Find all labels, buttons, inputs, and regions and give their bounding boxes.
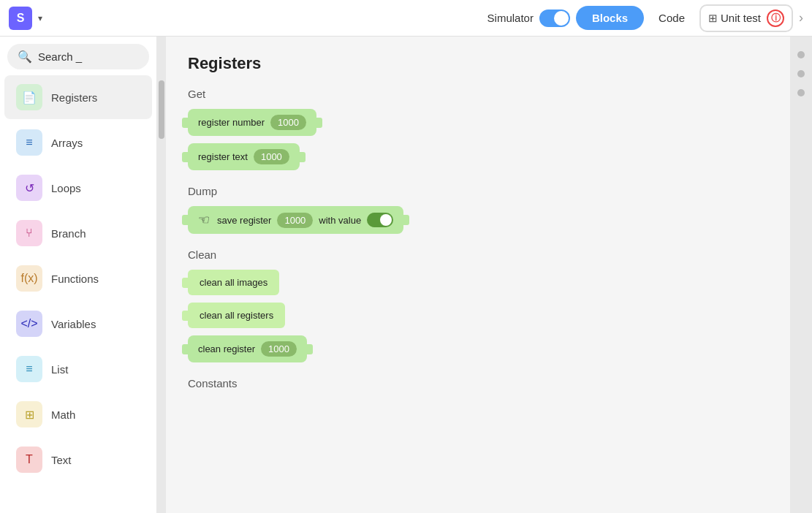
search-icon: 🔍 [18, 50, 32, 64]
block-reg-number[interactable]: register number1000 [188, 109, 316, 136]
sidebar-label-registers: Registers [51, 91, 97, 104]
block-reg-text[interactable]: register text1000 [188, 143, 300, 170]
search-bar[interactable]: 🔍 [7, 44, 149, 69]
block-pill-save-reg[interactable]: 1000 [277, 213, 313, 228]
section-label-get: Get [188, 88, 768, 100]
block-text-reg-text: register text [198, 151, 248, 162]
block-row-clean-all-images: clean all images [188, 270, 768, 295]
functions-icon: f(x) [16, 265, 42, 292]
block-text-clean-all-registers: clean all registers [200, 310, 273, 321]
text-icon: T [16, 446, 42, 473]
unit-test-grid-icon: ⊞ [708, 12, 718, 25]
unit-test-container[interactable]: ⊞ Unit test ⓘ [699, 4, 793, 32]
block-save-reg[interactable]: ☜save register1000with value [188, 206, 403, 234]
simulator-toggle[interactable] [539, 10, 570, 27]
sidebar-item-math[interactable]: ⊞Math [4, 392, 152, 436]
section-constants: Constants [188, 377, 768, 390]
block-toggle-save-reg[interactable] [367, 213, 393, 227]
variables-icon: </> [16, 311, 42, 337]
sidebar-label-text: Text [51, 454, 72, 466]
block-text-clean-register-000: clean register [198, 343, 255, 354]
right-panel-dot [797, 51, 805, 58]
blocks-button[interactable]: Blocks [576, 6, 644, 30]
middle-scrollbar[interactable] [157, 37, 166, 513]
loops-icon: ↺ [16, 175, 42, 201]
main-area: 🔍 📄Registers≡Arrays↺Loops⑂Branchf(x)Func… [0, 37, 812, 513]
sidebar-item-arrays[interactable]: ≡Arrays [4, 121, 152, 164]
topbar: S ▾ Simulator Blocks Code ⊞ Unit test ⓘ … [0, 0, 812, 37]
block-row-save-reg: ☜save register1000with value [188, 206, 768, 234]
registers-icon: 📄 [16, 84, 42, 110]
block-pill-clean-register-000[interactable]: 1000 [261, 341, 297, 357]
content-title: Registers [188, 54, 768, 73]
simulator-section: Simulator Blocks Code [487, 6, 694, 30]
section-label-clean: Clean [188, 248, 768, 261]
sidebar: 🔍 📄Registers≡Arrays↺Loops⑂Branchf(x)Func… [0, 37, 157, 513]
list-icon: ≡ [16, 356, 42, 382]
sidebar-item-list[interactable]: ≡List [4, 347, 152, 391]
search-input[interactable] [38, 50, 139, 63]
sidebar-label-branch: Branch [51, 227, 86, 240]
block-pill-reg-text[interactable]: 1000 [254, 149, 289, 164]
block-clean-register-000[interactable]: clean register1000 [188, 335, 307, 362]
section-label-constants: Constants [188, 377, 768, 390]
unit-test-label: Unit test [721, 12, 761, 24]
expand-icon[interactable]: › [799, 10, 803, 26]
cursor-hand-indicator: ☜ [198, 212, 210, 228]
sidebar-label-loops: Loops [51, 182, 81, 194]
sidebar-item-registers[interactable]: 📄Registers [4, 75, 152, 119]
right-panel-dot [797, 89, 805, 96]
sidebar-label-variables: Variables [51, 318, 96, 330]
scroll-thumb [159, 80, 164, 139]
sidebar-item-loops[interactable]: ↺Loops [4, 166, 152, 210]
block-text-clean-all-images: clean all images [200, 277, 267, 288]
math-icon: ⊞ [16, 401, 42, 428]
block-row-reg-number: register number1000 [188, 109, 768, 136]
block-row-clean-all-registers: clean all registers [188, 303, 768, 328]
block-text-reg-number: register number [198, 117, 265, 128]
sidebar-label-functions: Functions [51, 273, 99, 285]
sidebar-scroll: 📄Registers≡Arrays↺Loops⑂Branchf(x)Functi… [0, 74, 156, 513]
sidebar-item-text[interactable]: TText [4, 438, 152, 482]
sidebar-item-variables[interactable]: </>Variables [4, 302, 152, 346]
block-clean-all-registers[interactable]: clean all registers [188, 303, 285, 328]
arrays-icon: ≡ [16, 129, 42, 156]
sidebar-label-list: List [51, 363, 68, 376]
toggle-knob [554, 11, 569, 26]
section-get: Getregister number1000register text1000 [188, 88, 768, 170]
info-button[interactable]: ⓘ [767, 10, 784, 27]
block-extra-save-reg: with value [319, 215, 361, 226]
block-row-reg-text: register text1000 [188, 143, 768, 170]
sidebar-item-functions[interactable]: f(x)Functions [4, 256, 152, 300]
sidebar-item-branch[interactable]: ⑂Branch [4, 211, 152, 255]
sidebar-label-arrays: Arrays [51, 137, 83, 149]
block-text-save-reg: save register [217, 215, 271, 226]
content-area: Registers Getregister number1000register… [166, 37, 790, 513]
block-clean-all-images[interactable]: clean all images [188, 270, 279, 295]
section-dump: Dump☜save register1000with value [188, 185, 768, 234]
sidebar-label-math: Math [51, 408, 75, 421]
right-panel [790, 37, 812, 513]
branch-icon: ⑂ [16, 220, 42, 246]
simulator-label: Simulator [487, 12, 534, 24]
logo-chevron[interactable]: ▾ [38, 13, 42, 23]
section-label-dump: Dump [188, 185, 768, 197]
logo-text: S [17, 12, 25, 25]
block-row-clean-register-000: clean register1000 [188, 335, 768, 362]
right-panel-dot [797, 70, 805, 77]
code-button[interactable]: Code [650, 6, 694, 30]
block-pill-reg-number[interactable]: 1000 [270, 115, 306, 130]
section-clean: Cleanclean all imagesclean all registers… [188, 248, 768, 362]
logo[interactable]: S [9, 7, 32, 30]
